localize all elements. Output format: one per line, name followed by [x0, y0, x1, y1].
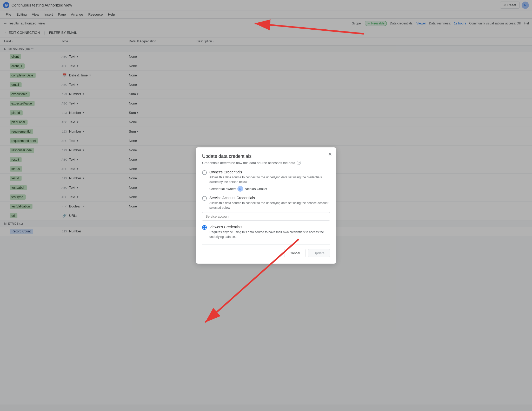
owner-credentials-row[interactable]: Owner's Credentials Allows this data sou… — [202, 170, 330, 184]
owner-radio[interactable] — [202, 170, 207, 175]
credential-owner: Credential owner: N Nicolas Chollet — [202, 186, 330, 192]
modal-footer: Cancel Update — [202, 244, 330, 257]
service-credentials-label: Service Account Credentials — [209, 196, 330, 200]
owner-avatar: N — [237, 186, 243, 192]
service-account-option: Service Account Credentials Allows this … — [202, 196, 330, 221]
service-credentials-desc: Allows this data source to connect to th… — [209, 201, 330, 210]
viewer-credentials-row[interactable]: Viewer's Credentials Requires anyone usi… — [202, 225, 330, 239]
viewer-credentials-desc: Requires anyone using this data source t… — [209, 230, 330, 239]
viewer-radio[interactable] — [202, 225, 207, 230]
owner-credentials-label: Owner's Credentials — [209, 170, 330, 174]
update-button[interactable]: Update — [308, 249, 330, 257]
modal-overlay: ✕ Update data credentials Credentials de… — [0, 0, 532, 405]
service-account-input[interactable] — [202, 212, 330, 221]
credential-owner-label: Credential owner: — [209, 187, 236, 191]
help-icon[interactable]: ? — [297, 161, 301, 165]
radio-selected-indicator — [203, 226, 206, 229]
service-account-row[interactable]: Service Account Credentials Allows this … — [202, 196, 330, 210]
owner-credentials-desc: Allows this data source to connect to th… — [209, 175, 330, 184]
modal-title: Update data credentials — [202, 154, 330, 159]
modal-close-button[interactable]: ✕ — [328, 152, 332, 157]
owner-credentials-option: Owner's Credentials Allows this data sou… — [202, 170, 330, 192]
viewer-credentials-option: Viewer's Credentials Requires anyone usi… — [202, 225, 330, 239]
update-credentials-modal: ✕ Update data credentials Credentials de… — [196, 147, 336, 264]
viewer-credentials-label: Viewer's Credentials — [209, 225, 330, 229]
service-radio[interactable] — [202, 196, 207, 201]
modal-subtitle: Credentials determine how this data sour… — [202, 161, 330, 165]
owner-name: Nicolas Chollet — [245, 187, 267, 191]
cancel-button[interactable]: Cancel — [284, 249, 305, 257]
